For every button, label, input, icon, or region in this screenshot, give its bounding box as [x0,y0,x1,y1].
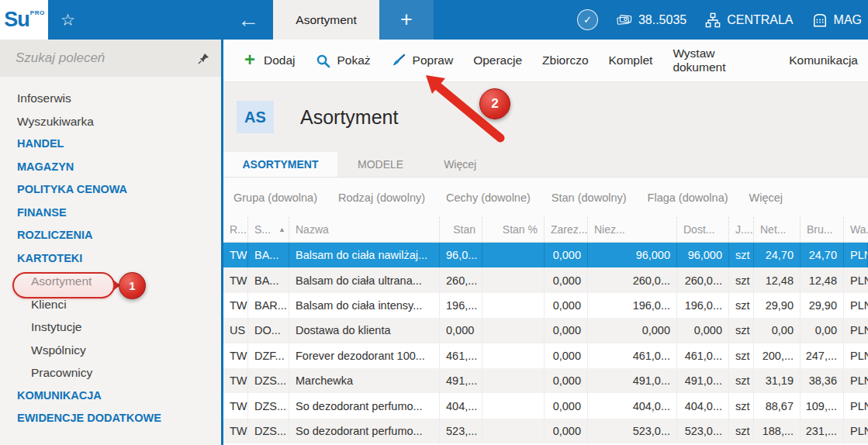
page-badge: AS [237,101,274,133]
table-cell: 0,000 [545,343,588,368]
table-row[interactable]: TWBAR...Balsam do ciała intensy...196,..… [223,293,868,318]
star-icon[interactable]: ☆ [61,0,75,40]
column-header-label: Stan [453,223,475,236]
tab-modele[interactable]: MODELE [337,152,424,177]
column-header-wa[interactable]: Wa... [844,217,868,242]
table-cell: 88,67 [754,393,801,418]
table-cell: 200,... [754,343,801,368]
column-header-label: Net... [760,223,786,236]
column-header-stan[interactable]: Stan [440,217,482,242]
column-header-label: S... [254,223,271,236]
table-cell: 29,90 [754,293,801,318]
pin-icon[interactable] [196,51,210,65]
document-tab[interactable]: Asortyment [273,0,379,40]
toolbar-button-label: Zbiorczo [542,53,588,67]
column-header-nazwa[interactable]: Nazwa [289,217,440,242]
column-header-niez[interactable]: Niez... [588,217,677,242]
toolbar-button-wystaw-dokument[interactable]: Wystaw dokument [662,40,779,82]
sidebar-item-handel[interactable]: HANDEL [0,133,221,156]
sidebar-item-kartoteki[interactable]: KARTOTEKI [0,247,221,271]
sidebar-item-wspólnicy[interactable]: Wspólnicy [0,339,221,362]
sidebar-item-ewidencje-dodatkowe[interactable]: EWIDENCJE DODATKOWE [0,407,221,430]
table-cell: PLN [844,368,868,393]
table-row[interactable]: TWBA...Balsam do ciała nawilżaj...96,0..… [223,243,868,267]
app-logo-pro-badge: PRO [30,9,45,16]
toolbar-button-popraw[interactable]: Popraw [381,40,464,82]
table-cell: 523,... [440,419,482,443]
table-header: R...S...▲NazwaStanStan %Zarez...Niez...D… [223,217,868,243]
table-row[interactable]: TWDZF...Forever dezodorant 100...461,...… [223,343,868,368]
column-header-s[interactable]: S...▲ [248,217,289,242]
column-header-label: Stan % [503,223,538,236]
sidebar-item-pracownicy[interactable]: Pracownicy [0,361,221,385]
sidebar-item-rozliczenia[interactable]: ROZLICZENIA [0,224,221,247]
document-number-status[interactable]: 38..5035 [617,12,686,28]
table-cell: 0,000 [588,318,677,343]
sidebar-item-wyszukiwarka[interactable]: Wyszukiwarka [0,110,221,133]
table-row[interactable]: TWBA...Balsam do ciała ultrana...260,...… [223,267,868,292]
column-header-bru[interactable]: Bru... [801,217,844,242]
table-cell: DZS... [248,419,289,443]
table-cell: 461,0... [588,343,677,368]
column-header-dost[interactable]: Dost... [677,217,729,242]
document-number-text: 38..5035 [638,13,686,27]
table-cell: 12,48 [801,267,844,292]
filter-flaga-dowolna[interactable]: Flaga (dowolna) [648,191,728,204]
command-search-input[interactable] [14,50,196,67]
table-cell: 260,0... [677,267,729,292]
tab-więcej[interactable]: Więcej [424,152,496,177]
sidebar-item-asortyment[interactable]: Asortyment [0,270,221,293]
sidebar-item-magazyn[interactable]: MAGAZYN [0,156,221,179]
table-cell: 196,0... [588,293,677,318]
sidebar-item-polityka-cenowa[interactable]: POLITYKA CENOWA [0,178,221,202]
sidebar-item-komunikacja[interactable]: KOMUNIKACJA [0,385,221,408]
column-header-label: Dost... [683,223,714,236]
toolbar-button-pokaż[interactable]: Pokaż [306,40,381,82]
table-row[interactable]: TWDZS...So dezodorant perfumo...404,...0… [223,393,868,418]
table-cell: 0,000 [545,243,588,267]
filter-stan-dowolny[interactable]: Stan (dowolny) [552,191,627,204]
table-cell: 0,000 [440,318,482,343]
back-arrow-icon[interactable]: ← [230,0,267,40]
toolbar-button-label: Komunikacja [789,53,858,67]
column-header-zarez[interactable]: Zarez... [545,217,588,242]
filter-grupa-dowolna[interactable]: Grupa (dowolna) [233,191,317,204]
sidebar-item-instytucje[interactable]: Instytucje [0,316,221,339]
sync-status-icon[interactable]: ✓ [577,9,598,30]
branch-status[interactable]: CENTRALA [705,12,793,29]
new-tab-button[interactable]: + [379,0,434,40]
column-header-label: R... [230,223,247,236]
toolbar-button-komplet[interactable]: Komplet [599,40,663,82]
filter-rodzaj-dowolny[interactable]: Rodzaj (dowolny) [338,191,425,204]
toolbar-button-dodaj[interactable]: +Dodaj [232,40,306,82]
table-cell: szt [729,368,754,393]
table-cell: 0,000 [545,318,588,343]
filter-cechy-dowolne[interactable]: Cechy (dowolne) [446,191,531,204]
toolbar-button-zbiorczo[interactable]: Zbiorczo [532,40,598,82]
table-cell: TW [223,293,248,318]
toolbar-button-operacje[interactable]: Operacje [463,40,532,82]
filter-więcej[interactable]: Więcej [749,191,783,204]
table-cell: szt [729,293,754,318]
column-header-r[interactable]: R... [223,217,248,242]
table-cell: 109,... [801,393,844,418]
table-cell: 491,0... [677,368,729,393]
sidebar-item-finanse[interactable]: FINANSE [0,202,221,225]
toolbar-button-label: Popraw [413,53,454,67]
sidebar-nav: InfoserwisWyszukiwarkaHANDELMAGAZYNPOLIT… [0,77,221,430]
column-header-j[interactable]: J.... [729,217,754,242]
table-row[interactable]: TWDZS...Marchewka491,...0,000491,0...491… [223,368,868,393]
table-cell: 0,000 [677,318,729,343]
column-header-net[interactable]: Net... [754,217,801,242]
branch-text: CENTRALA [727,13,793,27]
column-header-stan[interactable]: Stan % [482,217,545,242]
table-row[interactable]: USDO...Dostawa do klienta0,0000,0000,000… [223,318,868,343]
table-cell: DO... [248,318,289,343]
table-row[interactable]: TWDZS...So dezodorant perfumo...523,...0… [223,419,868,443]
warehouse-status[interactable]: MAG [812,12,862,28]
toolbar-button-komunikacja[interactable]: Komunikacja [779,40,868,82]
table-cell: 523,0... [677,419,729,443]
sidebar-item-infoserwis[interactable]: Infoserwis [0,87,221,110]
tab-asortyment[interactable]: ASORTYMENT [223,152,337,177]
sidebar-item-klienci[interactable]: Klienci [0,293,221,316]
